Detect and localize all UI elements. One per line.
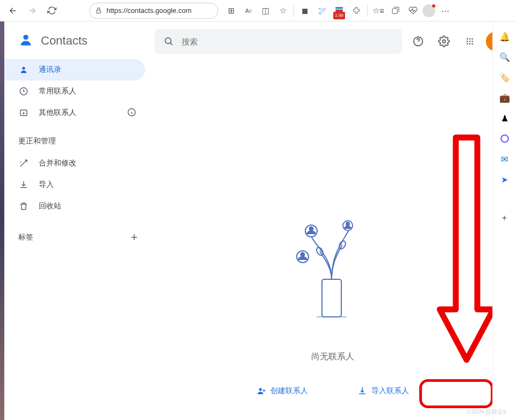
sidebar-item-other[interactable]: 其他联系人 (4, 102, 145, 124)
svg-point-18 (471, 43, 473, 45)
section-header-manage: 更正和管理 (4, 124, 149, 153)
edge-sidebar: 🔔 🔍 🏷️ 💼 ♟ ✉ ➤ + (492, 21, 516, 420)
create-contact-button[interactable]: 创建联系人 (250, 382, 314, 400)
ext-icon-1[interactable]: ◼ (297, 3, 312, 18)
more-icon[interactable]: ⋯ (438, 3, 453, 18)
sidebar-label: 合并和修改 (39, 158, 76, 168)
read-aloud-icon[interactable]: A)) (241, 3, 256, 18)
svg-point-23 (310, 227, 313, 231)
svg-point-25 (301, 253, 305, 257)
edge-briefcase-icon[interactable]: 💼 (498, 91, 511, 104)
forward-button[interactable] (24, 2, 41, 19)
sidebar-item-contacts[interactable]: 通讯录 (4, 59, 145, 81)
empty-state: 尚无联系人 创建联系人 导入联系人 (149, 215, 516, 400)
svg-point-13 (467, 41, 468, 42)
sidebar-label: 通讯录 (39, 65, 61, 75)
svg-point-28 (259, 388, 262, 390)
sidebar-item-frequent[interactable]: 常用联系人 (4, 81, 145, 102)
brand[interactable]: Contacts (4, 28, 149, 59)
sidebar-label: 其他联系人 (39, 108, 76, 118)
edge-search-icon[interactable]: 🔍 (498, 50, 511, 63)
sidebar-item-trash[interactable]: 回收站 (4, 195, 145, 217)
contacts-logo-icon (18, 32, 33, 49)
sidebar: Contacts 通讯录 常用联系人 其他联系人 更正和管理 合并和修改 导入 … (4, 21, 149, 420)
badge: 1.00 (333, 12, 345, 19)
performance-icon[interactable] (405, 3, 420, 18)
sidebar-label: 导入 (39, 180, 54, 190)
search-icon (163, 36, 174, 47)
wand-icon (18, 158, 29, 168)
back-button[interactable] (4, 2, 22, 19)
ext-icon-3[interactable]: 1.00 (332, 3, 347, 18)
svg-rect-19 (322, 279, 341, 317)
labels-header-row: 标签 + (4, 227, 149, 248)
svg-point-12 (471, 38, 473, 40)
sidebar-label: 回收站 (39, 201, 61, 211)
trash-icon (18, 201, 29, 211)
history-icon (18, 86, 29, 96)
svg-point-2 (23, 35, 28, 40)
refresh-button[interactable] (43, 2, 60, 19)
split-icon[interactable]: ◫ (258, 3, 273, 18)
svg-point-3 (22, 67, 25, 69)
help-button[interactable] (408, 32, 428, 51)
add-label-button[interactable]: + (131, 230, 138, 244)
svg-point-21 (346, 222, 349, 226)
edge-bell-icon[interactable]: 🔔 (498, 30, 511, 43)
search-input[interactable] (182, 37, 393, 46)
svg-rect-1 (392, 9, 397, 13)
window-edge (0, 21, 4, 420)
collections-icon[interactable] (388, 3, 403, 18)
edge-add-icon[interactable]: + (498, 212, 511, 225)
brand-title: Contacts (41, 34, 88, 48)
settings-button[interactable] (434, 32, 454, 51)
person-icon (18, 65, 29, 75)
svg-point-29 (501, 135, 508, 142)
address-bar[interactable]: https://contacts.google.com (89, 3, 218, 19)
browser-profile-avatar[interactable] (422, 4, 435, 17)
sidebar-item-import[interactable]: 导入 (4, 174, 145, 195)
edge-tag-icon[interactable]: 🏷️ (498, 71, 511, 84)
edge-chess-icon[interactable]: ♟ (498, 112, 511, 125)
svg-point-9 (442, 40, 446, 43)
sidebar-item-merge[interactable]: 合并和修改 (4, 153, 145, 174)
empty-text: 尚无联系人 (149, 351, 516, 363)
grid-icon[interactable]: ⊞ (224, 3, 239, 18)
topbar: 尘 (155, 29, 505, 54)
import-contacts-button[interactable]: 导入联系人 (351, 382, 415, 400)
main-content: 尘 尚无联系人 创建联系人 (149, 21, 516, 420)
svg-point-10 (467, 38, 468, 40)
search-box[interactable] (155, 29, 402, 54)
empty-illustration (290, 215, 376, 322)
extensions-icon[interactable] (349, 3, 364, 18)
svg-rect-0 (97, 10, 101, 13)
watermark: CSDN @凌尘k (467, 408, 506, 416)
ext-icon-2[interactable]: 🕊 (314, 3, 329, 18)
edge-outlook-icon[interactable]: ✉ (498, 153, 511, 165)
lock-icon (95, 7, 102, 14)
apps-button[interactable] (460, 32, 479, 51)
person-add-icon (256, 386, 266, 396)
info-icon[interactable] (127, 107, 137, 119)
svg-point-14 (469, 41, 471, 42)
url-text: https://contacts.google.com (106, 6, 191, 15)
svg-point-15 (471, 41, 473, 42)
download-icon (18, 180, 29, 190)
download-icon (357, 386, 367, 396)
svg-point-17 (469, 43, 471, 45)
favorites-icon[interactable]: ☆≡ (371, 3, 386, 18)
favorite-icon[interactable]: ☆ (275, 3, 290, 18)
svg-point-11 (469, 38, 471, 40)
archive-icon (18, 108, 29, 118)
browser-toolbar: https://contacts.google.com ⊞ A)) ◫ ☆ ◼ … (0, 0, 516, 21)
sidebar-label: 常用联系人 (39, 86, 76, 96)
edge-send-icon[interactable]: ➤ (498, 173, 511, 186)
labels-header: 标签 (18, 233, 33, 242)
svg-point-16 (467, 43, 468, 45)
svg-point-7 (165, 38, 171, 44)
edge-copilot-icon[interactable] (498, 132, 511, 145)
